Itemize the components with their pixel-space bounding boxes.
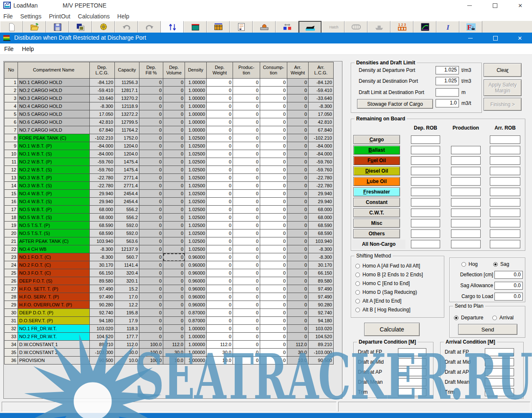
cell[interactable]: 0 [163, 229, 185, 237]
cell[interactable]: 66.150 [90, 269, 115, 277]
cell[interactable]: 0 [139, 94, 163, 102]
cell[interactable]: 97.490 [90, 293, 115, 301]
toolbar-button-new-file[interactable] [0, 21, 23, 33]
toolbar-button-tug[interactable] [367, 21, 390, 33]
cell[interactable]: 0 [207, 87, 233, 94]
cell[interactable]: 1.02500 [185, 158, 207, 166]
cell[interactable]: 68.000 [309, 206, 334, 214]
cell[interactable]: 0 [233, 190, 260, 198]
densities-field-label-3[interactable]: Stowage Factor of Cargo [357, 99, 433, 109]
cell[interactable]: 0 [163, 198, 185, 206]
rob-button-misc[interactable]: Misc [353, 219, 400, 228]
hogsag-option-hog[interactable]: Hog [461, 261, 478, 267]
cell[interactable]: -59.410 [90, 87, 115, 94]
cell-compartment-name[interactable]: NO.3 W.B.T. (P) [18, 174, 90, 182]
cell[interactable]: 1.02500 [185, 150, 207, 158]
cell[interactable]: 0.96000 [185, 285, 207, 293]
cell[interactable]: 0.87000 [185, 317, 207, 325]
cell-compartment-name[interactable]: NO.7 CARGO HOLD [18, 126, 90, 134]
rob-input-c-w-t-arr[interactable] [490, 209, 520, 217]
cell[interactable]: 2454.4 [115, 198, 139, 206]
cell[interactable]: 0 [139, 285, 163, 293]
cell[interactable]: 1.02500 [185, 182, 207, 190]
cell[interactable]: 90.500 [309, 357, 334, 364]
cell[interactable]: 18 [5, 214, 18, 222]
cell[interactable]: 30.0 [115, 349, 139, 357]
cell[interactable]: 0 [260, 341, 287, 349]
cell-compartment-name[interactable]: NO.4 CARGO HOLD [18, 102, 90, 110]
cell[interactable]: 33 [5, 333, 18, 341]
cell[interactable]: 0 [233, 349, 260, 357]
cell[interactable]: -22.780 [309, 174, 334, 182]
cell[interactable]: -59.760 [90, 166, 115, 174]
cell[interactable]: 0 [233, 333, 260, 341]
cell[interactable]: 0 [207, 79, 233, 87]
cell[interactable]: 20 [5, 229, 18, 237]
rob-input-others-dep[interactable] [411, 229, 440, 238]
cell[interactable]: 0 [207, 237, 233, 245]
cell[interactable]: 100.0 [139, 349, 163, 357]
cell[interactable]: 0 [139, 269, 163, 277]
cell[interactable]: 27 [5, 285, 18, 293]
cell[interactable]: -22.780 [309, 182, 334, 190]
cell-compartment-name[interactable]: D.W.CONSTANT 1 [18, 341, 90, 349]
cell[interactable]: -84.000 [309, 142, 334, 150]
cell[interactable]: -103.000 [90, 349, 115, 357]
cell-compartment-name[interactable]: NO.4 CH WB [18, 245, 90, 253]
cell[interactable]: 30.0 [287, 349, 309, 357]
cell[interactable]: 556.2 [115, 214, 139, 222]
cell[interactable]: 1.00000 [185, 333, 207, 341]
cell[interactable]: -8.300 [90, 245, 115, 253]
toolbar-button-ship-profile[interactable] [299, 21, 322, 33]
cell-compartment-name[interactable]: NO.3 W.B.T. (S) [18, 182, 90, 190]
cell[interactable]: 0 [260, 253, 287, 261]
cell[interactable]: 0 [287, 102, 309, 110]
hogsag-field-input-0[interactable]: 0.0 [494, 271, 523, 279]
cell[interactable]: 0 [233, 94, 260, 102]
cell-compartment-name[interactable]: DEEP F.O.T. (S) [18, 277, 90, 285]
cell-compartment-name[interactable]: NO.4 W.B.T. (S) [18, 198, 90, 206]
cell[interactable]: 1752.0 [115, 134, 139, 142]
cell[interactable]: 0 [287, 253, 309, 261]
cell[interactable]: 0 [207, 126, 233, 134]
cell[interactable]: 89.210 [309, 341, 334, 349]
cell[interactable]: 0 [287, 269, 309, 277]
cell[interactable]: 5 [5, 110, 18, 118]
cell[interactable]: 0 [163, 79, 185, 87]
cell-compartment-name[interactable]: D.W.CONSTANT 2 [18, 349, 90, 357]
cell[interactable]: 0 [207, 190, 233, 198]
toolbar-button-stability-curve[interactable] [413, 21, 436, 33]
cell[interactable]: 0 [233, 150, 260, 158]
rob-input-ballast-prod[interactable] [451, 146, 481, 154]
cell[interactable]: 0 [233, 174, 260, 182]
cell[interactable]: 2454.4 [115, 190, 139, 198]
cell[interactable]: 1.02500 [185, 174, 207, 182]
rob-input-fuel-oil-arr[interactable] [490, 156, 520, 165]
cell[interactable]: 32 [5, 325, 18, 333]
cell[interactable]: 0 [139, 237, 163, 245]
cell-compartment-name[interactable]: NO.5 T.S.T. (S) [18, 229, 90, 237]
dialog-menu-item-help[interactable]: Help [22, 46, 34, 52]
cell[interactable]: 67.840 [90, 126, 115, 134]
cell[interactable]: -84.120 [309, 79, 334, 87]
cell[interactable]: 30.170 [309, 261, 334, 269]
cell[interactable]: 0 [139, 142, 163, 150]
cell[interactable]: 0 [139, 182, 163, 190]
cell-compartment-name[interactable]: H.F.O. SETT. T. (P) [18, 285, 90, 293]
cell[interactable]: 1 [5, 79, 18, 87]
cell[interactable]: 1.02500 [185, 206, 207, 214]
cell[interactable]: 0 [260, 79, 287, 87]
cell[interactable]: -84.000 [90, 142, 115, 150]
cell[interactable]: 17.050 [90, 110, 115, 118]
cell[interactable]: 100.0 [139, 341, 163, 349]
cell[interactable]: 0 [287, 134, 309, 142]
cell[interactable]: 94.180 [309, 317, 334, 325]
cell[interactable]: 0 [287, 142, 309, 150]
cell[interactable]: -33.640 [90, 94, 115, 102]
cell[interactable]: 1204.0 [115, 142, 139, 150]
cell[interactable]: -8.300 [309, 102, 334, 110]
cell[interactable]: 1.02500 [185, 190, 207, 198]
cell-compartment-name[interactable]: NO.5 W.B.T. (S) [18, 214, 90, 222]
cell[interactable]: 19 [5, 222, 18, 229]
cell[interactable]: 0 [139, 206, 163, 214]
